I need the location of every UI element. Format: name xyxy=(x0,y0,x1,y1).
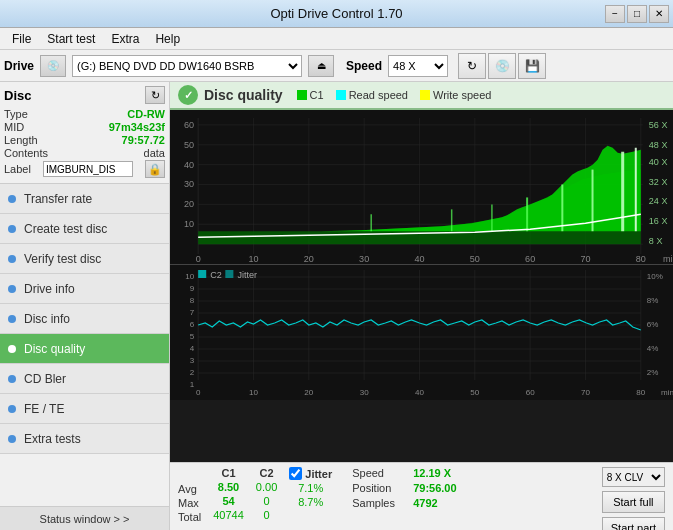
sidebar-item-fe-te[interactable]: FE / TE xyxy=(0,394,169,424)
jitter-header: Jitter xyxy=(305,468,332,480)
svg-text:40: 40 xyxy=(414,254,424,264)
c2-chart-svg: 10 9 8 7 6 5 4 3 2 1 10% 8% 6% 4% 2% xyxy=(170,265,673,400)
maximize-button[interactable]: □ xyxy=(627,5,647,23)
c2-header: C2 xyxy=(260,467,274,479)
svg-text:8 X: 8 X xyxy=(649,236,663,246)
svg-text:2: 2 xyxy=(190,368,195,377)
jitter-header-row: Jitter xyxy=(289,467,332,480)
svg-text:20: 20 xyxy=(304,388,313,397)
nav-menu: Transfer rate Create test disc Verify te… xyxy=(0,184,169,506)
svg-text:4: 4 xyxy=(190,344,195,353)
svg-text:24 X: 24 X xyxy=(649,196,668,206)
sidebar-item-extra-tests[interactable]: Extra tests xyxy=(0,424,169,454)
legend-c1-dot xyxy=(297,90,307,100)
svg-text:40: 40 xyxy=(184,160,194,170)
c2-stats-col: C2 0.00 0 0 xyxy=(256,467,277,521)
disc-length-value: 79:57.72 xyxy=(122,134,165,146)
disc-refresh-button[interactable]: ↻ xyxy=(145,86,165,104)
nav-dot xyxy=(8,225,16,233)
minimize-button[interactable]: − xyxy=(605,5,625,23)
main-layout: Disc ↻ Type CD-RW MID 97m34s23f Length 7… xyxy=(0,82,673,530)
svg-text:50: 50 xyxy=(184,140,194,150)
sidebar-item-transfer-rate[interactable]: Transfer rate xyxy=(0,184,169,214)
disc-info-section: Disc ↻ Type CD-RW MID 97m34s23f Length 7… xyxy=(0,82,169,184)
svg-text:20: 20 xyxy=(184,199,194,209)
jitter-max: 8.7% xyxy=(298,496,323,508)
svg-text:Jitter: Jitter xyxy=(237,270,257,280)
disc-label-input[interactable] xyxy=(43,161,133,177)
svg-text:32 X: 32 X xyxy=(649,177,668,187)
content-area: ✓ Disc quality C1 Read speed Write speed xyxy=(170,82,673,530)
speed-key: Speed xyxy=(352,467,407,479)
close-button[interactable]: ✕ xyxy=(649,5,669,23)
clv-select[interactable]: 8 X CLV xyxy=(602,467,665,487)
svg-text:80: 80 xyxy=(636,388,645,397)
chart-legend: C1 Read speed Write speed xyxy=(297,89,492,101)
refresh-button[interactable]: ↻ xyxy=(458,53,486,79)
menu-extra[interactable]: Extra xyxy=(103,30,147,48)
menu-file[interactable]: File xyxy=(4,30,39,48)
menu-help[interactable]: Help xyxy=(147,30,188,48)
disc-length-label: Length xyxy=(4,134,38,146)
title-bar: Opti Drive Control 1.70 − □ ✕ xyxy=(0,0,673,28)
sidebar-item-disc-info[interactable]: Disc info xyxy=(0,304,169,334)
sidebar-item-create-test-disc[interactable]: Create test disc xyxy=(0,214,169,244)
disc-button[interactable]: 💿 xyxy=(488,53,516,79)
svg-text:60: 60 xyxy=(184,120,194,130)
sidebar-item-cd-bler[interactable]: CD Bler xyxy=(0,364,169,394)
sidebar-item-verify-test-disc[interactable]: Verify test disc xyxy=(0,244,169,274)
c1-total: 40744 xyxy=(213,509,244,521)
jitter-checkbox[interactable] xyxy=(289,467,302,480)
c1-max: 54 xyxy=(222,495,234,507)
nav-label: Disc info xyxy=(24,312,70,326)
svg-text:20: 20 xyxy=(304,254,314,264)
svg-text:10: 10 xyxy=(185,272,194,281)
svg-text:30: 30 xyxy=(184,180,194,190)
svg-text:40 X: 40 X xyxy=(649,157,668,167)
eject-button[interactable]: ⏏ xyxy=(308,55,334,77)
content-title: Disc quality xyxy=(204,87,283,103)
svg-text:min: min xyxy=(663,254,673,264)
svg-text:9: 9 xyxy=(190,284,195,293)
svg-text:4%: 4% xyxy=(647,344,659,353)
disc-title: Disc xyxy=(4,88,31,103)
status-window-button[interactable]: Status window > > xyxy=(0,506,169,530)
legend-c1: C1 xyxy=(297,89,324,101)
nav-dot xyxy=(8,195,16,203)
disc-mid-label: MID xyxy=(4,121,24,133)
disc-header: Disc ↻ xyxy=(4,86,165,104)
nav-label: Create test disc xyxy=(24,222,107,236)
start-full-button[interactable]: Start full xyxy=(602,491,665,513)
svg-text:10: 10 xyxy=(184,219,194,229)
svg-text:6: 6 xyxy=(190,320,195,329)
drive-select[interactable]: (G:) BENQ DVD DD DW1640 BSRB xyxy=(72,55,302,77)
start-part-button[interactable]: Start part xyxy=(602,517,665,530)
svg-text:8%: 8% xyxy=(647,296,659,305)
svg-text:C2: C2 xyxy=(210,270,222,280)
stats-controls-bar: Avg Max Total C1 8.50 54 40744 C2 0.00 0… xyxy=(170,462,673,530)
c1-stats-col: C1 8.50 54 40744 xyxy=(213,467,244,521)
svg-text:56 X: 56 X xyxy=(649,120,668,130)
samples-row: Samples 4792 xyxy=(352,497,456,509)
total-label: Total xyxy=(178,511,201,523)
disc-type-label: Type xyxy=(4,108,28,120)
legend-read-dot xyxy=(336,90,346,100)
speed-select[interactable]: 48 X xyxy=(388,55,448,77)
svg-text:10: 10 xyxy=(248,254,258,264)
window-controls: − □ ✕ xyxy=(605,5,669,23)
c1-chart: 60 50 40 30 20 10 56 X 48 X 40 X 32 X 24… xyxy=(170,110,673,265)
sidebar-item-disc-quality[interactable]: Disc quality xyxy=(0,334,169,364)
disc-type-value: CD-RW xyxy=(127,108,165,120)
sidebar-item-drive-info[interactable]: Drive info xyxy=(0,274,169,304)
nav-label: CD Bler xyxy=(24,372,66,386)
stats-labels-col: Avg Max Total xyxy=(178,467,201,523)
menu-start-test[interactable]: Start test xyxy=(39,30,103,48)
menu-bar: File Start test Extra Help xyxy=(0,28,673,50)
save-button[interactable]: 💾 xyxy=(518,53,546,79)
nav-dot xyxy=(8,255,16,263)
svg-text:0: 0 xyxy=(196,388,201,397)
jitter-stats-col: Jitter 7.1% 8.7% xyxy=(289,467,332,524)
svg-text:1: 1 xyxy=(190,380,195,389)
nav-dot xyxy=(8,435,16,443)
app-title: Opti Drive Control 1.70 xyxy=(270,6,402,21)
